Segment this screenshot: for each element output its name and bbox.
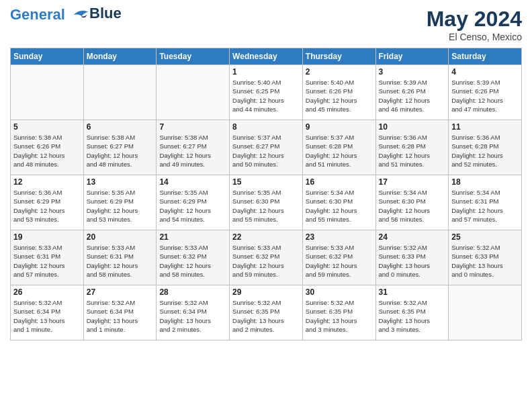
day-number: 13 [87, 177, 154, 187]
calendar-cell: 20Sunrise: 5:33 AM Sunset: 6:31 PM Dayli… [83, 230, 157, 285]
day-number: 16 [306, 177, 373, 187]
calendar-cell: 8Sunrise: 5:37 AM Sunset: 6:27 PM Daylig… [230, 120, 303, 175]
logo: General Blue [10, 7, 122, 23]
day-info: Sunrise: 5:39 AM Sunset: 6:26 PM Dayligh… [451, 78, 519, 113]
col-friday: Friday [375, 48, 449, 65]
day-number: 29 [232, 287, 300, 297]
col-tuesday: Tuesday [157, 48, 230, 65]
logo-blue: Blue [89, 5, 122, 21]
calendar-week-2: 5Sunrise: 5:38 AM Sunset: 6:26 PM Daylig… [11, 120, 522, 175]
day-info: Sunrise: 5:32 AM Sunset: 6:35 PM Dayligh… [379, 298, 446, 334]
day-number: 17 [379, 177, 446, 187]
calendar-cell: 5Sunrise: 5:38 AM Sunset: 6:26 PM Daylig… [11, 120, 84, 175]
day-info: Sunrise: 5:35 AM Sunset: 6:29 PM Dayligh… [159, 188, 226, 224]
calendar-cell: 25Sunrise: 5:32 AM Sunset: 6:33 PM Dayli… [449, 230, 522, 285]
day-info: Sunrise: 5:36 AM Sunset: 6:29 PM Dayligh… [13, 188, 81, 224]
calendar-cell: 18Sunrise: 5:34 AM Sunset: 6:31 PM Dayli… [449, 175, 522, 230]
day-number: 20 [87, 232, 154, 242]
day-info: Sunrise: 5:40 AM Sunset: 6:25 PM Dayligh… [232, 78, 300, 113]
day-info: Sunrise: 5:36 AM Sunset: 6:28 PM Dayligh… [451, 133, 519, 169]
calendar-cell: 22Sunrise: 5:33 AM Sunset: 6:32 PM Dayli… [230, 230, 303, 285]
calendar-cell [83, 65, 157, 120]
calendar-cell: 26Sunrise: 5:32 AM Sunset: 6:34 PM Dayli… [11, 285, 84, 340]
day-number: 11 [451, 122, 519, 132]
logo-general: General [10, 7, 89, 23]
calendar-cell: 2Sunrise: 5:40 AM Sunset: 6:26 PM Daylig… [302, 65, 375, 120]
calendar-cell: 3Sunrise: 5:39 AM Sunset: 6:26 PM Daylig… [375, 65, 449, 120]
calendar-cell [11, 65, 84, 120]
day-number: 21 [159, 232, 226, 242]
calendar-cell: 10Sunrise: 5:36 AM Sunset: 6:28 PM Dayli… [375, 120, 449, 175]
day-info: Sunrise: 5:38 AM Sunset: 6:26 PM Dayligh… [13, 133, 81, 169]
day-info: Sunrise: 5:32 AM Sunset: 6:33 PM Dayligh… [451, 243, 519, 279]
day-number: 23 [306, 232, 373, 242]
calendar-cell: 4Sunrise: 5:39 AM Sunset: 6:26 PM Daylig… [449, 65, 522, 120]
calendar-cell: 14Sunrise: 5:35 AM Sunset: 6:29 PM Dayli… [157, 175, 230, 230]
day-info: Sunrise: 5:38 AM Sunset: 6:27 PM Dayligh… [87, 133, 154, 169]
col-monday: Monday [83, 48, 157, 65]
day-number: 24 [379, 232, 446, 242]
calendar-week-3: 12Sunrise: 5:36 AM Sunset: 6:29 PM Dayli… [11, 175, 522, 230]
day-info: Sunrise: 5:33 AM Sunset: 6:32 PM Dayligh… [159, 243, 226, 279]
calendar-cell: 13Sunrise: 5:35 AM Sunset: 6:29 PM Dayli… [83, 175, 157, 230]
day-info: Sunrise: 5:34 AM Sunset: 6:31 PM Dayligh… [451, 188, 519, 224]
day-number: 3 [379, 67, 446, 77]
day-number: 1 [232, 67, 300, 77]
day-info: Sunrise: 5:37 AM Sunset: 6:27 PM Dayligh… [232, 133, 300, 169]
day-info: Sunrise: 5:32 AM Sunset: 6:34 PM Dayligh… [13, 298, 81, 334]
day-number: 15 [232, 177, 300, 187]
day-info: Sunrise: 5:32 AM Sunset: 6:35 PM Dayligh… [306, 298, 373, 334]
calendar-title: May 2024 [427, 7, 522, 32]
day-number: 6 [87, 122, 154, 132]
logo-bird-icon [71, 8, 89, 23]
day-number: 14 [159, 177, 226, 187]
calendar-cell: 29Sunrise: 5:32 AM Sunset: 6:35 PM Dayli… [230, 285, 303, 340]
day-info: Sunrise: 5:34 AM Sunset: 6:30 PM Dayligh… [379, 188, 446, 224]
calendar-cell: 7Sunrise: 5:38 AM Sunset: 6:27 PM Daylig… [157, 120, 230, 175]
calendar-cell [449, 285, 522, 340]
calendar-cell: 30Sunrise: 5:32 AM Sunset: 6:35 PM Dayli… [302, 285, 375, 340]
day-info: Sunrise: 5:33 AM Sunset: 6:32 PM Dayligh… [306, 243, 373, 279]
calendar-week-1: 1Sunrise: 5:40 AM Sunset: 6:25 PM Daylig… [11, 65, 522, 120]
day-number: 4 [451, 67, 519, 77]
day-info: Sunrise: 5:33 AM Sunset: 6:31 PM Dayligh… [13, 243, 81, 279]
day-number: 2 [306, 67, 373, 77]
calendar-cell: 28Sunrise: 5:32 AM Sunset: 6:34 PM Dayli… [157, 285, 230, 340]
day-number: 31 [379, 287, 446, 297]
day-number: 19 [13, 232, 81, 242]
calendar-week-5: 26Sunrise: 5:32 AM Sunset: 6:34 PM Dayli… [11, 285, 522, 340]
day-number: 22 [232, 232, 300, 242]
calendar-cell: 1Sunrise: 5:40 AM Sunset: 6:25 PM Daylig… [230, 65, 303, 120]
day-info: Sunrise: 5:36 AM Sunset: 6:28 PM Dayligh… [379, 133, 446, 169]
calendar-cell: 17Sunrise: 5:34 AM Sunset: 6:30 PM Dayli… [375, 175, 449, 230]
day-number: 27 [87, 287, 154, 297]
calendar-week-4: 19Sunrise: 5:33 AM Sunset: 6:31 PM Dayli… [11, 230, 522, 285]
day-info: Sunrise: 5:37 AM Sunset: 6:28 PM Dayligh… [306, 133, 373, 169]
day-number: 25 [451, 232, 519, 242]
page-container: General Blue May 2024 El Censo, Mexico S… [0, 0, 532, 347]
day-number: 12 [13, 177, 81, 187]
day-number: 7 [159, 122, 226, 132]
col-saturday: Saturday [449, 48, 522, 65]
calendar-cell: 19Sunrise: 5:33 AM Sunset: 6:31 PM Dayli… [11, 230, 84, 285]
calendar-cell: 24Sunrise: 5:32 AM Sunset: 6:33 PM Dayli… [375, 230, 449, 285]
day-info: Sunrise: 5:34 AM Sunset: 6:30 PM Dayligh… [306, 188, 373, 224]
day-info: Sunrise: 5:39 AM Sunset: 6:26 PM Dayligh… [379, 78, 446, 113]
calendar-cell: 11Sunrise: 5:36 AM Sunset: 6:28 PM Dayli… [449, 120, 522, 175]
day-number: 5 [13, 122, 81, 132]
day-info: Sunrise: 5:40 AM Sunset: 6:26 PM Dayligh… [306, 78, 373, 113]
calendar-cell: 6Sunrise: 5:38 AM Sunset: 6:27 PM Daylig… [83, 120, 157, 175]
day-number: 28 [159, 287, 226, 297]
calendar-cell: 16Sunrise: 5:34 AM Sunset: 6:30 PM Dayli… [302, 175, 375, 230]
day-info: Sunrise: 5:35 AM Sunset: 6:30 PM Dayligh… [232, 188, 300, 224]
col-wednesday: Wednesday [230, 48, 303, 65]
calendar-cell [157, 65, 230, 120]
col-thursday: Thursday [302, 48, 375, 65]
calendar-cell: 21Sunrise: 5:33 AM Sunset: 6:32 PM Dayli… [157, 230, 230, 285]
header: General Blue May 2024 El Censo, Mexico [10, 7, 522, 42]
calendar-table: Sunday Monday Tuesday Wednesday Thursday… [10, 48, 522, 340]
day-info: Sunrise: 5:32 AM Sunset: 6:35 PM Dayligh… [232, 298, 300, 334]
day-info: Sunrise: 5:32 AM Sunset: 6:34 PM Dayligh… [87, 298, 154, 334]
calendar-cell: 23Sunrise: 5:33 AM Sunset: 6:32 PM Dayli… [302, 230, 375, 285]
day-info: Sunrise: 5:38 AM Sunset: 6:27 PM Dayligh… [159, 133, 226, 169]
